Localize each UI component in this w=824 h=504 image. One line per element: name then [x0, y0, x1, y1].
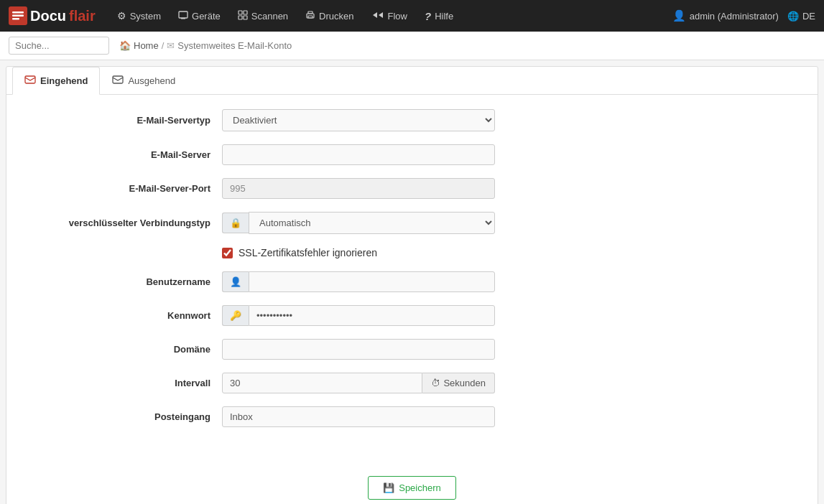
form-row-kennwort: Kennwort 🔑: [28, 305, 796, 326]
user-menu[interactable]: 👤 admin (Administrator): [672, 9, 779, 22]
hilfe-icon: ?: [425, 10, 431, 22]
nav-label-hilfe: Hilfe: [435, 11, 453, 22]
label-verbindungstyp: verschlüsselter Verbindungstyp: [28, 218, 222, 228]
save-button[interactable]: 💾 Speichern: [368, 476, 456, 500]
field-port: [222, 178, 495, 199]
field-domaene: [222, 339, 495, 360]
kennwort-input-group: 🔑: [222, 305, 495, 326]
svg-rect-2: [12, 15, 24, 17]
brand-logo-link[interactable]: Docuflair: [9, 6, 96, 25]
label-kennwort: Kennwort: [28, 310, 222, 321]
svg-rect-8: [239, 16, 242, 19]
svg-rect-13: [25, 76, 35, 83]
benutzername-input-group: 👤: [222, 271, 495, 292]
svg-rect-12: [308, 16, 313, 18]
interval-group: ⏱ Sekunden: [222, 373, 495, 393]
form-row-verbindungstyp: verschlüsselter Verbindungstyp 🔒 Automat…: [28, 212, 796, 234]
svg-rect-1: [12, 11, 24, 14]
save-section: 💾 Speichern: [6, 462, 818, 504]
tab-ausgehend-label: Ausgehend: [128, 75, 175, 86]
nav-label-drucken: Drucken: [319, 11, 353, 22]
breadcrumb-home-icon: 🏠: [119, 40, 131, 51]
svg-rect-3: [12, 18, 19, 20]
field-posteingang: [222, 406, 495, 427]
flow-icon: [371, 10, 384, 22]
breadcrumb-home-label: Home: [134, 40, 159, 51]
brand-logo: [9, 6, 27, 25]
nav-item-hilfe[interactable]: ? Hilfe: [417, 0, 460, 32]
main-content: Eingehend Ausgehend E-Mail-Servertyp Dea…: [6, 66, 818, 504]
eingehend-icon: [24, 75, 36, 87]
input-server[interactable]: [222, 144, 495, 165]
form-row-servertyp: E-Mail-Servertyp Deaktiviert IMAP POP3: [28, 109, 796, 131]
nav-label-scannen: Scannen: [251, 11, 288, 22]
form-row-server: E-Mail-Server: [28, 144, 796, 165]
breadcrumb-separator: /: [162, 40, 165, 51]
form-row-benutzername: Benutzername 👤: [28, 271, 796, 292]
user-icon: 👤: [672, 9, 686, 22]
input-domaene[interactable]: [222, 339, 495, 360]
breadcrumb-current-icon: ✉: [167, 40, 175, 51]
checkbox-ssl[interactable]: [222, 248, 233, 258]
form-row-intervall: Intervall ⏱ Sekunden: [28, 373, 796, 393]
nav-item-drucken[interactable]: Drucken: [298, 0, 361, 32]
field-intervall: ⏱ Sekunden: [222, 373, 495, 393]
field-servertyp: Deaktiviert IMAP POP3: [222, 109, 495, 131]
nav-item-scannen[interactable]: Scannen: [231, 0, 295, 32]
ausgehend-icon: [112, 75, 124, 87]
form-section: E-Mail-Servertyp Deaktiviert IMAP POP3 E…: [6, 95, 818, 462]
breadcrumb: 🏠 Home / ✉ Systemweites E-Mail-Konto: [119, 40, 292, 51]
globe-icon: 🌐: [787, 11, 799, 22]
tab-eingehend[interactable]: Eingehend: [12, 67, 100, 95]
field-server: [222, 144, 495, 165]
label-server: E-Mail-Server: [28, 149, 222, 160]
label-posteingang: Posteingang: [28, 411, 222, 422]
input-posteingang[interactable]: [222, 406, 495, 427]
drucken-icon: [305, 10, 315, 22]
interval-unit-label: Sekunden: [443, 378, 486, 388]
nav-item-flow[interactable]: Flow: [364, 0, 415, 32]
label-domaene: Domäne: [28, 344, 222, 355]
svg-rect-6: [239, 11, 242, 14]
select-servertyp[interactable]: Deaktiviert IMAP POP3: [222, 109, 495, 131]
lang-menu[interactable]: 🌐 DE: [787, 11, 815, 22]
geraete-icon: [178, 10, 188, 22]
save-icon: 💾: [383, 482, 394, 493]
svg-rect-9: [244, 16, 247, 19]
svg-rect-11: [308, 11, 313, 14]
label-benutzername: Benutzername: [28, 276, 222, 287]
label-servertyp: E-Mail-Servertyp: [28, 115, 222, 126]
nav-item-geraete[interactable]: Geräte: [171, 0, 228, 32]
scannen-icon: [238, 10, 248, 22]
clock-icon: ⏱: [431, 378, 440, 388]
lock-icon: 🔒: [222, 213, 249, 233]
svg-rect-14: [113, 76, 123, 83]
input-intervall[interactable]: [222, 373, 422, 393]
nav-item-system[interactable]: ⚙ System: [110, 0, 168, 32]
navbar: Docuflair ⚙ System Geräte: [0, 0, 824, 32]
svg-rect-7: [244, 11, 247, 14]
input-port[interactable]: [222, 178, 495, 199]
brand-text-docu: Docu: [30, 8, 66, 24]
nav-label-geraete: Geräte: [192, 11, 221, 22]
tabs: Eingehend Ausgehend: [6, 67, 818, 95]
select-verbindungstyp[interactable]: Automatisch SSL TLS Keine: [249, 212, 495, 234]
nav-label-flow: Flow: [388, 11, 407, 22]
input-benutzername[interactable]: [249, 271, 495, 292]
form-row-port: E-Mail-Server-Port: [28, 178, 796, 199]
navbar-left: Docuflair ⚙ System Geräte: [9, 0, 460, 32]
tab-ausgehend[interactable]: Ausgehend: [100, 67, 188, 95]
user-addon-icon: 👤: [222, 271, 249, 292]
input-kennwort[interactable]: [249, 305, 495, 326]
svg-rect-5: [181, 18, 185, 19]
interval-unit-button[interactable]: ⏱ Sekunden: [422, 373, 495, 393]
label-port: E-Mail-Server-Port: [28, 183, 222, 194]
form-row-ssl-checkbox: SSL-Zertifikatsfehler ignorieren: [28, 247, 796, 258]
user-label: admin (Administrator): [690, 11, 779, 22]
breadcrumb-current: ✉ Systemweites E-Mail-Konto: [167, 40, 292, 51]
tab-eingehend-label: Eingehend: [40, 75, 88, 86]
search-input[interactable]: [9, 37, 109, 55]
system-icon: ⚙: [117, 10, 126, 22]
form-row-domaene: Domäne: [28, 339, 796, 360]
label-intervall: Intervall: [28, 378, 222, 388]
